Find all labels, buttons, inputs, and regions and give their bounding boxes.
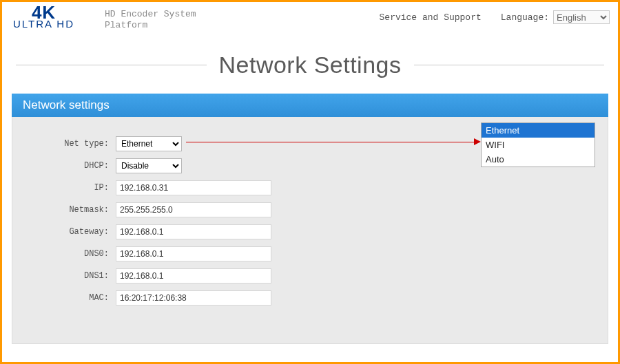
rule-right [414, 65, 605, 65]
net-type-option-wifi[interactable]: WIFI [482, 138, 595, 152]
page-title-wrap: Network Settings [2, 52, 618, 78]
netmask-input[interactable] [116, 202, 271, 217]
header: 4K ULTRA HD HD Encoder System Platform S… [2, 2, 618, 34]
language-block: Language: English [501, 10, 610, 24]
platform-line2: Platform [105, 20, 196, 31]
form-area: Net type: Ethernet DHCP: Disable IP: Net… [12, 117, 608, 344]
label-dhcp: DHCP: [19, 161, 116, 171]
section-banner: Network settings [12, 94, 608, 117]
label-netmask: Netmask: [19, 205, 116, 215]
language-label: Language: [501, 12, 549, 23]
net-type-dropdown-popup[interactable]: Ethernet WIFI Auto [481, 122, 595, 167]
label-net-type: Net type: [19, 139, 116, 149]
dns0-input[interactable] [116, 246, 271, 261]
dhcp-select[interactable]: Disable [116, 158, 182, 173]
row-mac: MAC: [19, 290, 601, 306]
net-type-option-ethernet[interactable]: Ethernet [482, 123, 595, 138]
page-title: Network Settings [207, 52, 414, 78]
row-dns0: DNS0: [19, 246, 601, 261]
service-support-link[interactable]: Service and Support [380, 12, 482, 23]
label-dns1: DNS1: [19, 271, 116, 281]
label-dns0: DNS0: [19, 249, 116, 259]
net-type-option-auto[interactable]: Auto [482, 152, 595, 167]
header-right: Service and Support Language: English [380, 10, 610, 24]
label-mac: MAC: [19, 293, 116, 303]
row-ip: IP: [19, 180, 601, 195]
row-netmask: Netmask: [19, 202, 601, 217]
arrow-head-icon [474, 138, 481, 145]
row-gateway: Gateway: [19, 224, 601, 239]
label-ip: IP: [19, 183, 116, 193]
dns1-input[interactable] [116, 268, 271, 283]
logo-ultrahd-text: ULTRA HD [8, 19, 80, 29]
rule-left [16, 65, 207, 65]
ip-input[interactable] [116, 180, 271, 195]
platform-line1: HD Encoder System [105, 9, 196, 20]
language-select[interactable]: English [553, 10, 610, 24]
gateway-input[interactable] [116, 224, 271, 239]
platform-label: HD Encoder System Platform [105, 9, 196, 32]
section-title: Network settings [23, 98, 110, 111]
net-type-select[interactable]: Ethernet [116, 136, 182, 151]
mac-input[interactable] [116, 290, 271, 306]
label-gateway: Gateway: [19, 227, 116, 237]
arrow-line [186, 142, 475, 142]
row-dns1: DNS1: [19, 268, 601, 283]
logo: 4K ULTRA HD [8, 5, 80, 29]
